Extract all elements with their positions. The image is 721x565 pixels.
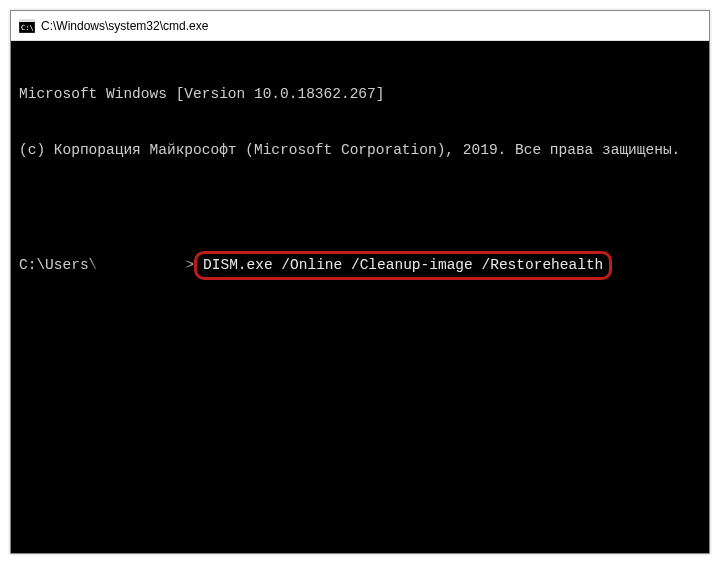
prompt-line: C:\Users\> DISM.exe /Online /Cleanup-ima… [19,251,701,280]
window-title: C:\Windows\system32\cmd.exe [41,19,208,33]
prompt-path-prefix: C:\Users\ [19,256,97,275]
copyright-line: (c) Корпорация Майкрософт (Microsoft Cor… [19,141,701,160]
svg-text:C:\: C:\ [21,24,34,32]
version-line: Microsoft Windows [Version 10.0.18362.26… [19,85,701,104]
svg-rect-1 [19,19,35,22]
prompt-gt: > [185,256,194,275]
terminal-area[interactable]: Microsoft Windows [Version 10.0.18362.26… [11,41,709,553]
redacted-username [99,258,183,274]
window-titlebar[interactable]: C:\ C:\Windows\system32\cmd.exe [11,11,709,41]
entered-command: DISM.exe /Online /Cleanup-image /Restore… [194,251,612,280]
cmd-icon: C:\ [19,19,35,33]
cmd-window: C:\ C:\Windows\system32\cmd.exe Microsof… [10,10,710,554]
